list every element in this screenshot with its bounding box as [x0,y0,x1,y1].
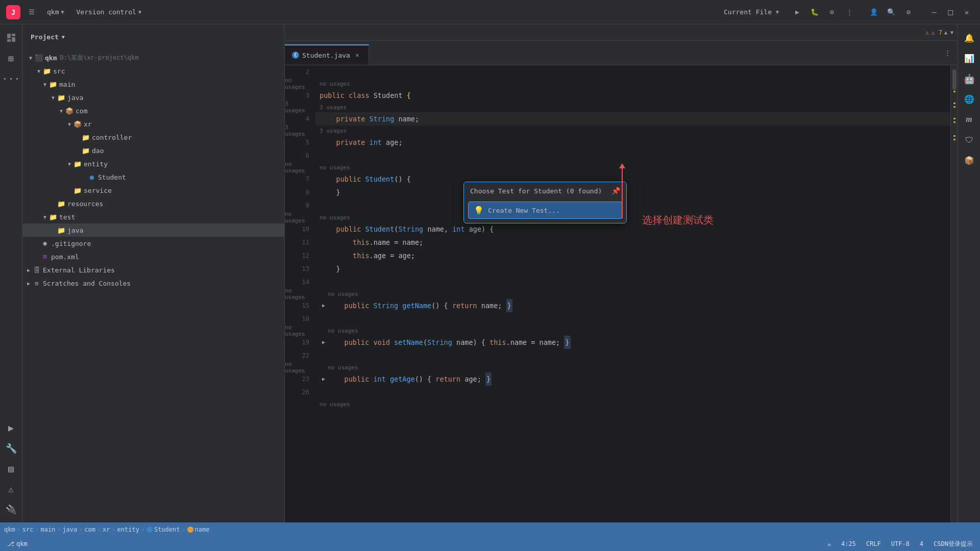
more-actions-button[interactable]: ⋮ [841,4,857,20]
bc-src[interactable]: src [22,526,34,533]
ai-assistant-icon[interactable]: 🤖 [960,69,978,88]
editor-area: ⚠ ⚠ 7 ▲ ▼ C Student.java ✕ ⋮ 2 no usages [285,24,958,522]
pin-button[interactable]: 📌 [611,187,620,195]
tree-item-src[interactable]: ▼ 📁 src [22,64,284,78]
tree-item-com[interactable]: ▼ 📦 com [22,104,284,117]
recent-files-button[interactable]: ⋮ [939,44,955,61]
minimize-button[interactable]: — [927,5,941,19]
settings-button[interactable]: ⚙ [900,4,917,20]
breadcrumb: qkm › src › main › java › com › xr › ent… [0,522,980,537]
fold-icon-23[interactable]: ▶ [320,375,328,383]
status-line-separator[interactable]: CRLF [863,539,884,548]
fold-icon-19[interactable]: ▶ [320,338,328,346]
status-branch[interactable]: ⎇ qkm [4,539,31,548]
line-annotation-19: no usages [315,325,950,336]
tree-item-service[interactable]: ▶ 📁 service [22,184,284,197]
run-button[interactable]: ▶ [789,4,805,20]
library-icon: 🗄 [33,266,41,274]
tree-item-resources[interactable]: ▶ 📁 resources [22,197,284,210]
activity-icon-tools[interactable]: 🔧 [2,439,20,457]
status-indent[interactable]: 4 [917,539,926,548]
bc-xr[interactable]: xr [103,526,110,533]
bookmarks-icon[interactable]: 📊 [960,49,978,67]
code-content[interactable]: no usages public class Student { 3 usage… [315,65,950,522]
package-icon: 📁 [82,133,90,141]
folder-icon: 📁 [43,67,51,75]
activity-icon-structure[interactable]: ⊞ [2,49,20,67]
bc-java[interactable]: java [62,526,77,533]
warning-mark-6 [953,135,955,137]
line-annotation-10: no usages [315,212,950,222]
status-csdn[interactable]: CSDN登录提示 [930,539,976,549]
vcs-selector[interactable]: Version control ▼ [72,6,145,18]
tab-close-button[interactable]: ✕ [353,51,361,59]
tree-item-gitignore[interactable]: ▶ ● .gitignore [22,237,284,250]
svg-rect-3 [12,37,15,42]
tree-item-main[interactable]: ▼ 📁 main [22,78,284,91]
bc-com[interactable]: com [84,526,95,533]
hamburger-menu-icon[interactable]: ☰ [24,5,39,19]
line-annotation-23: no usages [315,362,950,372]
tab-student-java[interactable]: C Student.java ✕ [285,44,369,65]
activity-icon-project[interactable] [2,29,20,47]
tree-item-external-libs[interactable]: ▶ 🗄 External Libraries [22,263,284,277]
bc-main[interactable]: main [40,526,55,533]
warning-icon: ⚠ [925,29,929,36]
tree-item-scratches[interactable]: ▶ ≡ Scratches and Consoles [22,277,284,290]
status-encoding[interactable]: UTF-8 [888,539,913,548]
search-button[interactable]: 🔍 [883,4,899,20]
choose-test-popup: Choose Test for Student (0 found) 📌 💡 Cr… [463,182,627,223]
account-icon[interactable]: 👤 [866,4,882,20]
status-java[interactable]: ☕ [824,539,834,548]
project-selector[interactable]: qkm ▼ [43,6,68,18]
warning-badge[interactable]: ⚠ ⚠ 7 ▲ ▼ [925,29,953,36]
run-config-selector[interactable]: Current File ▼ [718,6,785,18]
tree-item-test[interactable]: ▼ 📁 test [22,210,284,223]
create-new-test-item[interactable]: 💡 Create New Test... [468,202,622,219]
package-manager-icon[interactable]: 📦 [960,151,978,169]
test-sources-icon: 📁 [57,226,65,234]
tree-label: java [67,94,83,102]
collapse-warnings-icon[interactable]: ▼ [950,30,953,35]
tree-item-pomxml[interactable]: ▶ m pom.xml [22,250,284,263]
scrollbar-thumb[interactable] [952,69,957,90]
expand-warnings-icon[interactable]: ▲ [944,30,947,35]
shield-icon[interactable]: 🛡 [960,131,978,149]
status-position[interactable]: 4:25 [838,539,859,548]
tree-item-entity[interactable]: ▼ 📁 entity [22,157,284,170]
tree-item-java-src[interactable]: ▼ 📁 java [22,91,284,104]
editor-scrollbar[interactable] [950,65,958,522]
tree-item-dao[interactable]: ▶ 📁 dao [22,144,284,157]
activity-icon-terminal[interactable]: ▤ [2,459,20,478]
bc-name[interactable]: name [195,526,210,533]
browser-icon[interactable]: 🌐 [960,90,978,108]
bc-student[interactable]: Student [154,526,180,533]
annotation-no-usages-19: no usages [285,324,309,337]
bc-entity[interactable]: entity [117,526,139,533]
warning-mark-3 [953,106,955,108]
profile-button[interactable]: ⚙ [824,4,840,20]
debug-button[interactable]: 🐛 [806,4,823,20]
maximize-button[interactable]: □ [943,5,958,19]
activity-icon-run[interactable]: ▶ [2,418,20,437]
code-line-9 [315,199,950,212]
tree-item-test-java[interactable]: ▶ 📁 java [22,223,284,237]
activity-icon-problems[interactable]: ⚠ [2,480,20,498]
chevron-down-icon: ▼ [61,9,64,15]
notifications-icon[interactable]: 🔔 [960,29,978,47]
tree-item-xr[interactable]: ▼ 📦 xr [22,117,284,131]
tree-item-controller[interactable]: ▶ 📁 controller [22,131,284,144]
tree-item-student[interactable]: ▶ ● Student [22,170,284,184]
line-annotation-5: 3 usages [315,126,950,136]
close-button[interactable]: ✕ [960,5,974,19]
fold-icon-15[interactable]: ▶ [320,302,328,310]
activity-icon-more[interactable]: ··· [2,69,20,88]
activity-icon-plugins[interactable]: 🔌 [2,500,20,518]
project-panel-header[interactable]: Project ▼ [22,24,284,49]
bc-qkm[interactable]: qkm [4,526,15,533]
line-sep-label: CRLF [866,540,881,547]
tree-item-qkm[interactable]: ▼ ⬛ qkm D:\某面\xr-project\qkm [22,51,284,64]
maven-icon[interactable]: m [960,110,978,129]
open-brace: { [407,89,411,102]
branch-name: qkm [16,540,28,547]
